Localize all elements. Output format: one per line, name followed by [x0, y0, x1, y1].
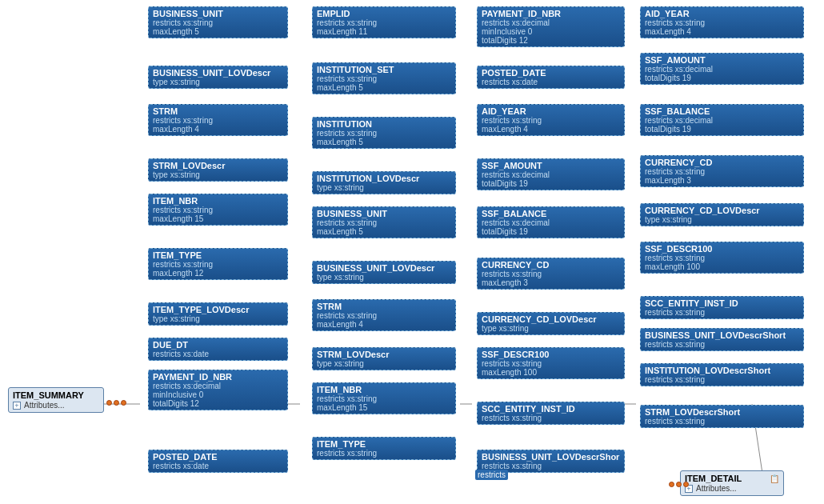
expand-detail-icon[interactable]: 📋: [770, 474, 779, 483]
field-posted-date-1: POSTED_DATE restricts xs:date: [148, 450, 288, 473]
field-payment-id-nbr-1: PAYMENT_ID_NBR restricts xs:decimal minI…: [148, 370, 288, 410]
entity-name: ITEM_SUMMARY: [13, 390, 99, 400]
field-ssf-balance-3: SSF_BALANCE restricts xs:decimal totalDi…: [477, 206, 625, 238]
field-currency-cd-lovdescr-3: CURRENCY_CD_LOVDescr type xs:string: [477, 312, 625, 335]
attrs-label: Attributes...: [24, 401, 65, 410]
restricts-label-bottom: restricts: [475, 470, 508, 480]
field-ssf-balance-4: SSF_BALANCE restricts xs:decimal totalDi…: [640, 104, 804, 136]
field-item-nbr-2: ITEM_NBR restricts xs:string maxLength 1…: [312, 382, 456, 414]
field-institution-2: INSTITUTION restricts xs:string maxLengt…: [312, 117, 456, 149]
field-business-unit-1: BUSINESS_UNIT restricts xs:string maxLen…: [148, 6, 288, 38]
field-currency-cd-3: CURRENCY_CD restricts xs:string maxLengt…: [477, 258, 625, 290]
field-currency-cd-4: CURRENCY_CD restricts xs:string maxLengt…: [640, 155, 804, 187]
entity-detail-name: ITEM_DETAIL: [685, 474, 742, 483]
field-due-dt-1: DUE_DT restricts xs:date: [148, 338, 288, 361]
detail-dot2: [676, 482, 682, 487]
field-bu-lovdescr-1: BUSINESS_UNIT_LOVDescr type xs:string: [148, 66, 288, 89]
field-item-type-lovdescr-1: ITEM_TYPE_LOVDescr type xs:string: [148, 302, 288, 326]
field-aid-year-3: AID_YEAR restricts xs:string maxLength 4: [477, 104, 625, 136]
field-item-type-2: ITEM_TYPE restricts xs:string: [312, 437, 456, 460]
field-posted-date-3: POSTED_DATE restricts xs:date: [477, 66, 625, 89]
field-bu-lovdescr-short-4: BUSINESS_UNIT_LOVDescrShort restricts xs…: [640, 328, 804, 351]
field-strm-lovdescr-2: STRM_LOVDescr type xs:string: [312, 347, 456, 370]
entity-detail-attrs-row: + Attributes...: [685, 484, 779, 493]
detail-attrs-label: Attributes...: [696, 484, 737, 493]
connector-dots-main: [106, 400, 126, 406]
field-scc-entity-inst-id-4: SCC_ENTITY_INST_ID restricts xs:string: [640, 296, 804, 319]
field-business-unit-2: BUSINESS_UNIT restricts xs:string maxLen…: [312, 206, 456, 238]
field-institution-lovdescr-short-4: INSTITUTION_LOVDescrShort restricts xs:s…: [640, 363, 804, 386]
entity-item-detail[interactable]: ITEM_DETAIL 📋 + Attributes...: [680, 470, 784, 496]
field-currency-cd-lovdescr-4: CURRENCY_CD_LOVDescr type xs:string: [640, 203, 804, 226]
entity-attrs-row: + Attributes...: [13, 401, 99, 410]
field-item-nbr-1: ITEM_NBR restricts xs:string maxLength 1…: [148, 194, 288, 226]
field-strm-lovdescr-1: STRM_LOVDescr type xs:string: [148, 158, 288, 182]
field-ssf-descr100-3: SSF_DESCR100 restricts xs:string maxLeng…: [477, 347, 625, 379]
field-strm-2: STRM restricts xs:string maxLength 4: [312, 299, 456, 331]
field-institution-lovdescr-2: INSTITUTION_LOVDescr type xs:string: [312, 171, 456, 194]
field-institution-set-2: INSTITUTION_SET restricts xs:string maxL…: [312, 62, 456, 94]
field-aid-year-4: AID_YEAR restricts xs:string maxLength 4: [640, 6, 804, 38]
diagram-canvas: ITEM_SUMMARY + Attributes... BUSINESS_UN…: [0, 0, 824, 504]
dot2: [114, 400, 119, 406]
dot1: [106, 400, 112, 406]
expand-icon[interactable]: +: [13, 402, 21, 410]
detail-dot1: [669, 482, 674, 487]
field-strm-lovdescr-short-4: STRM_LOVDescrShort restricts xs:string: [640, 405, 804, 428]
field-strm-1: STRM restricts xs:string maxLength 4: [148, 104, 288, 136]
entity-item-summary[interactable]: ITEM_SUMMARY + Attributes...: [8, 387, 104, 413]
field-ssf-descr100-4: SSF_DESCR100 restricts xs:string maxLeng…: [640, 242, 804, 274]
field-ssf-amount-4: SSF_AMOUNT restricts xs:decimal totalDig…: [640, 53, 804, 85]
dot3: [121, 400, 126, 406]
connector-dots-detail: [669, 482, 689, 487]
field-emplid-2: EMPLID restricts xs:string maxLength 11: [312, 6, 456, 38]
field-bu-lovdescr-2: BUSINESS_UNIT_LOVDescr type xs:string: [312, 261, 456, 284]
field-scc-entity-inst-id-3: SCC_ENTITY_INST_ID restricts xs:string: [477, 402, 625, 425]
field-ssf-amount-3: SSF_AMOUNT restricts xs:decimal totalDig…: [477, 158, 625, 190]
field-item-type-1: ITEM_TYPE restricts xs:string maxLength …: [148, 248, 288, 280]
field-payment-id-nbr-3: PAYMENT_ID_NBR restricts xs:decimal minI…: [477, 6, 625, 47]
detail-dot3: [683, 482, 689, 487]
